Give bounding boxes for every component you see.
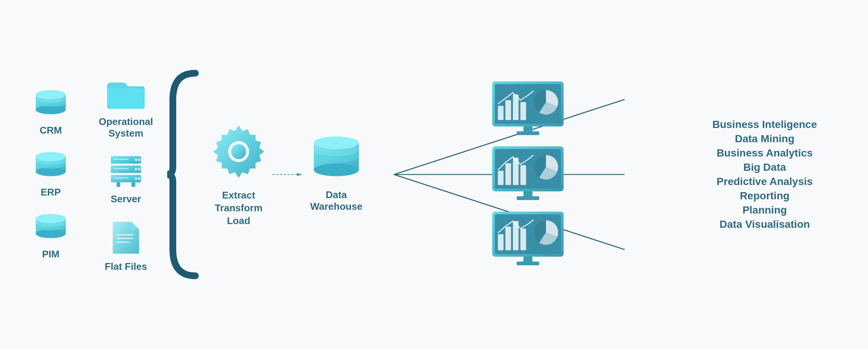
svg-rect-71 bbox=[505, 227, 511, 250]
bracket-icon bbox=[165, 69, 199, 280]
svg-point-23 bbox=[135, 159, 137, 161]
database-column: CRM bbox=[21, 89, 81, 260]
pim-label: PIM bbox=[42, 248, 59, 260]
monitor-icon-3 bbox=[490, 210, 566, 269]
data-warehouse-icon bbox=[308, 137, 364, 183]
flat-files-item: Flat Files bbox=[105, 220, 147, 272]
erp-label: ERP bbox=[41, 187, 60, 198]
svg-rect-31 bbox=[113, 178, 129, 179]
folder-icon bbox=[105, 77, 147, 112]
svg-rect-76 bbox=[517, 262, 539, 265]
svg-rect-70 bbox=[498, 234, 504, 250]
crm-icon bbox=[32, 89, 70, 121]
svg-rect-36 bbox=[116, 242, 130, 243]
analytics-item-2: Business Analytics bbox=[690, 147, 840, 159]
svg-point-43 bbox=[314, 164, 359, 176]
svg-marker-40 bbox=[297, 173, 302, 176]
crm-label: CRM bbox=[39, 125, 62, 136]
svg-rect-32 bbox=[116, 182, 120, 187]
svg-rect-61 bbox=[498, 171, 504, 185]
analytics-item-7: Data Visualisation bbox=[690, 218, 840, 230]
gear-icon bbox=[209, 122, 269, 183]
svg-rect-52 bbox=[498, 106, 504, 120]
svg-rect-54 bbox=[513, 95, 519, 120]
svg-rect-55 bbox=[520, 102, 526, 120]
svg-point-26 bbox=[138, 168, 140, 170]
svg-rect-33 bbox=[132, 182, 135, 187]
svg-rect-35 bbox=[116, 238, 133, 239]
operational-system-item: Operational System bbox=[92, 77, 160, 139]
crm-item: CRM bbox=[32, 89, 70, 136]
flat-files-icon bbox=[109, 220, 143, 257]
analytics-item-6: Planning bbox=[690, 204, 840, 216]
etl-column: Extract Transform Load bbox=[205, 122, 272, 227]
svg-rect-53 bbox=[505, 100, 511, 120]
svg-point-17 bbox=[36, 214, 66, 223]
svg-rect-30 bbox=[113, 168, 129, 169]
svg-rect-34 bbox=[116, 234, 133, 235]
analytics-item-0: Business Inteligence bbox=[690, 119, 840, 131]
svg-point-24 bbox=[138, 159, 140, 161]
svg-rect-29 bbox=[113, 159, 129, 160]
monitor-icon-2 bbox=[490, 144, 566, 204]
pim-item: PIM bbox=[32, 213, 70, 260]
svg-point-28 bbox=[138, 178, 140, 180]
analytics-item-1: Data Mining bbox=[690, 133, 840, 145]
bracket-container bbox=[163, 69, 201, 280]
monitor-icon-1 bbox=[490, 80, 566, 139]
data-warehouse-column: Data Warehouse bbox=[302, 137, 370, 212]
erp-item: ERP bbox=[32, 151, 70, 198]
server-item: Server bbox=[105, 154, 147, 205]
svg-point-38 bbox=[231, 144, 246, 159]
flat-files-label: Flat Files bbox=[105, 261, 147, 272]
svg-rect-19 bbox=[107, 88, 145, 109]
analytics-item-4: Predictive Analysis bbox=[690, 176, 840, 188]
svg-point-25 bbox=[135, 168, 137, 170]
erp-icon bbox=[32, 151, 70, 183]
svg-rect-67 bbox=[517, 196, 539, 200]
svg-point-5 bbox=[36, 90, 66, 99]
analytics-item-5: Reporting bbox=[690, 190, 840, 202]
svg-point-46 bbox=[314, 137, 359, 149]
analytics-item-3: Big Data bbox=[690, 161, 840, 173]
svg-point-11 bbox=[36, 152, 66, 161]
etl-to-dw-arrow bbox=[272, 173, 302, 176]
svg-rect-73 bbox=[520, 229, 526, 250]
svg-point-27 bbox=[135, 178, 137, 180]
analytics-labels-container: Business Inteligence Data Mining Busines… bbox=[690, 62, 847, 287]
svg-rect-64 bbox=[520, 165, 526, 185]
operational-column: Operational System bbox=[92, 77, 160, 272]
etl-label: Extract Transform Load bbox=[205, 189, 272, 227]
main-diagram: CRM bbox=[21, 24, 847, 325]
svg-rect-58 bbox=[517, 131, 539, 135]
pim-icon bbox=[32, 213, 70, 245]
operational-system-label: Operational System bbox=[92, 116, 160, 139]
server-icon bbox=[105, 154, 147, 190]
output-section: Business Inteligence Data Mining Busines… bbox=[370, 62, 847, 287]
data-warehouse-label: Data Warehouse bbox=[302, 189, 370, 212]
svg-rect-62 bbox=[505, 163, 511, 185]
server-label: Server bbox=[111, 193, 141, 205]
